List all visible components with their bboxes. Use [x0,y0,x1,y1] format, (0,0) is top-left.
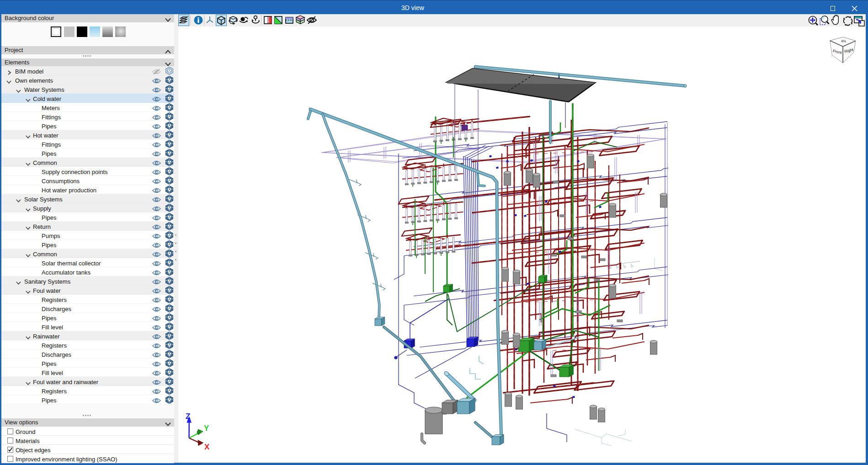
svg-text:Y: Y [204,424,209,433]
svg-text:Z: Z [186,412,190,421]
svg-text:X: X [204,443,210,451]
